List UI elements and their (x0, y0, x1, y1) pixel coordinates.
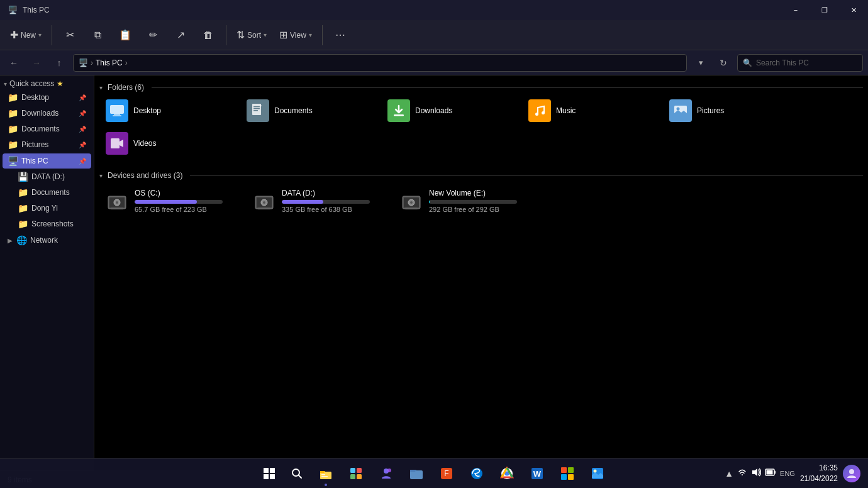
sidebar-item-documents2[interactable]: 📁 Documents (3, 185, 91, 200)
start-button[interactable] (257, 461, 282, 486)
sidebar-item-dong-yi[interactable]: 📁 Dong Yi (3, 201, 91, 216)
close-button[interactable]: ✕ (839, 0, 868, 20)
taskbar-app-word[interactable]: W (523, 460, 551, 487)
taskbar-app-explorer[interactable] (312, 460, 340, 487)
taskbar-app-files[interactable]: F (433, 460, 460, 487)
drives-section-line (190, 175, 863, 176)
address-bar: ← → ↑ 🖥️ › This PC › ▾ ↻ 🔍 Search This P… (0, 50, 868, 75)
copy-button[interactable]: ⧉ (85, 27, 110, 43)
volume-icon[interactable] (751, 467, 761, 479)
drive-os-c-icon-wrap (106, 190, 128, 213)
rename-button[interactable]: ✏ (140, 26, 165, 43)
svg-rect-51 (561, 467, 567, 473)
svg-rect-4 (253, 106, 260, 108)
quick-access-star-icon: ★ (57, 79, 64, 88)
taskbar-app-teams[interactable] (372, 460, 400, 487)
folders-expand-icon: ▾ (99, 84, 103, 91)
sidebar-this-pc-label: This PC (21, 157, 75, 165)
folder-item-pictures[interactable]: Pictures (663, 96, 801, 126)
pictures-folder-icon: 📁 (8, 140, 18, 150)
folders-section-title: Folders (6) (108, 83, 144, 92)
sort-label: Sort (247, 31, 261, 40)
delete-button[interactable]: 🗑 (196, 27, 221, 43)
new-label: New (21, 31, 36, 40)
svg-point-8 (535, 113, 538, 116)
taskbar-avatar[interactable] (843, 465, 860, 482)
taskbar-app-store[interactable] (554, 460, 581, 487)
sidebar-item-screenshots[interactable]: 📁 Screenshots (3, 216, 91, 231)
cut-button[interactable]: ✂ (57, 26, 82, 43)
restore-button[interactable]: ❐ (810, 0, 839, 20)
sidebar-item-pictures[interactable]: 📁 Pictures 📌 (3, 137, 91, 152)
sidebar-item-this-pc[interactable]: 🖥️ This PC 📌 (3, 153, 91, 169)
refresh-button[interactable]: ↻ (715, 54, 732, 72)
taskbar-app-widgets[interactable] (342, 460, 370, 487)
sidebar-item-network[interactable]: ▶ 🌐 Network (3, 233, 91, 248)
drives-section-header[interactable]: ▾ Devices and drives (3) (99, 164, 863, 184)
taskbar-search-button[interactable] (284, 461, 309, 486)
network-tray-icon[interactable]: ▲ (725, 469, 733, 479)
sidebar-documents2-label: Documents (31, 188, 86, 197)
folder-item-desktop[interactable]: Desktop (99, 96, 238, 126)
taskbar-clock[interactable]: 16:35 21/04/2022 (800, 463, 838, 484)
folder-item-downloads[interactable]: Downloads (381, 96, 520, 126)
forward-button[interactable]: → (28, 54, 45, 72)
path-segment: This PC (96, 58, 123, 67)
more-button[interactable]: ⋯ (328, 26, 353, 43)
address-dropdown-button[interactable]: ▾ (692, 54, 709, 72)
taskbar-app-photos[interactable] (584, 460, 611, 487)
sidebar-item-data-d[interactable]: 💾 DATA (D:) (3, 169, 91, 184)
search-box[interactable]: 🔍 Search This PC (737, 54, 863, 72)
folder-item-music[interactable]: Music (522, 96, 660, 126)
svg-point-22 (263, 201, 265, 204)
wifi-icon[interactable] (737, 467, 747, 479)
folders-section-header[interactable]: ▾ Folders (6) (99, 75, 863, 96)
svg-point-56 (594, 469, 597, 472)
share-icon: ↗ (177, 29, 185, 41)
paste-button[interactable]: 📋 (113, 26, 138, 43)
taskbar-app-edge[interactable] (463, 460, 491, 487)
view-button[interactable]: ⊞ View ▾ (274, 26, 317, 43)
pictures-folder-icon-wrap (669, 99, 692, 122)
drive-item-data-d[interactable]: DATA (D:) 335 GB free of 638 GB (247, 184, 391, 218)
new-arrow-icon: ▾ (38, 31, 42, 38)
svg-rect-35 (321, 474, 325, 475)
drive-data-d-info: DATA (D:) 335 GB free of 638 GB (282, 189, 385, 213)
folders-section-line (152, 87, 863, 88)
share-button[interactable]: ↗ (168, 26, 193, 43)
svg-rect-1 (114, 114, 120, 115)
drive-item-new-vol-e[interactable]: New Volume (E:) 292 GB free of 292 GB (394, 184, 538, 218)
sidebar-item-documents[interactable]: 📁 Documents 📌 (3, 121, 91, 136)
svg-rect-29 (270, 468, 275, 473)
sort-button[interactable]: ⇅ Sort ▾ (231, 26, 272, 43)
address-path[interactable]: 🖥️ › This PC › (73, 54, 687, 72)
svg-rect-37 (350, 468, 355, 473)
taskbar-app-chrome[interactable] (493, 460, 521, 487)
search-placeholder: Search This PC (756, 58, 809, 67)
quick-access-expand-icon: ▾ (4, 80, 7, 87)
svg-rect-6 (253, 110, 258, 111)
quick-access-header[interactable]: ▾ Quick access ★ (0, 77, 94, 89)
folder-item-documents[interactable]: Documents (240, 96, 379, 126)
sidebar-item-desktop[interactable]: 📁 Desktop 📌 (3, 90, 91, 105)
data-d-icon: 💾 (18, 172, 28, 182)
folder-item-videos[interactable]: Videos (99, 128, 238, 158)
keyboard-icon[interactable]: ENG (780, 470, 795, 477)
taskbar-center: F W (257, 460, 611, 487)
svg-rect-3 (252, 104, 261, 115)
more-icon: ⋯ (335, 29, 345, 41)
taskbar-app-folder2[interactable] (403, 460, 430, 487)
svg-rect-30 (264, 474, 269, 479)
up-button[interactable]: ↑ (50, 54, 68, 72)
drive-os-c-bar-bg (135, 200, 223, 204)
battery-icon[interactable] (765, 467, 776, 479)
path-chevron-2: › (125, 58, 128, 67)
back-button[interactable]: ← (5, 54, 23, 72)
sidebar-item-downloads[interactable]: 📁 Downloads 📌 (3, 106, 91, 121)
drive-os-c-info: OS (C:) 65.7 GB free of 223 GB (135, 189, 238, 213)
drive-item-os-c[interactable]: OS (C:) 65.7 GB free of 223 GB (99, 184, 244, 218)
new-button[interactable]: ✚ New ▾ (5, 26, 47, 43)
svg-text:F: F (444, 469, 448, 478)
svg-line-33 (299, 475, 302, 478)
minimize-button[interactable]: − (781, 0, 810, 20)
